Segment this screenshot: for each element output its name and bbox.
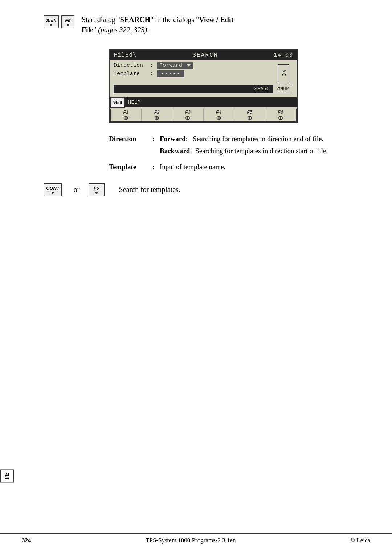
- help-bar: HELP: [125, 97, 297, 107]
- screen-display: FilEd\ SEARCH 14:03 Direction : Forward: [109, 49, 298, 123]
- fn-bar-searc: SEARC: [250, 85, 273, 93]
- screen-container: FilEd\ SEARCH 14:03 Direction : Forward: [109, 49, 370, 123]
- desc-template-def: Input of template name.: [160, 162, 370, 172]
- f5-bottom-key: F5: [89, 183, 105, 196]
- page: Shift F5 Start dialog "SEARCH" in the di…: [0, 0, 392, 555]
- fkey-cell-f1: F1: [111, 109, 142, 121]
- desc-forward-bold: Forward: [160, 135, 186, 143]
- direction-value-block: Forward: [157, 62, 193, 69]
- template-colon: :: [150, 71, 157, 77]
- cont-key-label: CONT: [46, 185, 60, 191]
- f5-key: F5: [61, 15, 74, 28]
- template-value: -----: [157, 70, 275, 77]
- fkey-f1-dot: [124, 116, 128, 120]
- desc-backward-bold: Backward: [160, 147, 190, 155]
- template-row: Template : -----: [114, 70, 275, 77]
- direction-field-name: Direction: [114, 62, 150, 69]
- fn-bar: SEARC αNUM: [114, 85, 293, 93]
- desc-direction-def: Forward: Searching for templates in dire…: [160, 134, 370, 158]
- direction-row: Direction : Forward: [114, 62, 275, 69]
- pages-italic: (pages 322, 323): [98, 26, 147, 34]
- cont-key-combo: CONT: [44, 183, 62, 196]
- desc-template-term: Template: [109, 162, 152, 172]
- template-field-name: Template: [114, 71, 150, 77]
- desc-direction-term: Direction: [109, 134, 152, 158]
- desc-section: Direction : Forward: Searching for templ…: [109, 134, 370, 172]
- fkey-f6-label: F6: [278, 110, 283, 115]
- desc-template-colon: :: [152, 162, 160, 172]
- fkey-f5-dot: [248, 116, 252, 120]
- search-bold: SEARCH: [120, 16, 150, 24]
- fkey-f3-dot: [185, 116, 190, 120]
- shift-help-row: Shift HELP: [110, 97, 297, 108]
- desc-template-text: Input of template name.: [160, 163, 226, 171]
- fkey-row: F1 F2 F3 F4 F5: [110, 109, 297, 122]
- f5-bottom-key-dot: [95, 192, 98, 194]
- or-text: or: [74, 185, 80, 194]
- footer-page-number: 324: [22, 537, 31, 544]
- search-templates-text: Search for templates.: [119, 185, 180, 194]
- f5-bottom-key-label: F5: [94, 185, 99, 191]
- instruction-text: Start dialog "SEARCH" in the dialogs "Vi…: [82, 15, 233, 35]
- screen-title-left: FilEd\: [114, 52, 137, 58]
- screen-header: FilEd\ SEARCH 14:03: [110, 50, 297, 60]
- fkey-cell-f6: F6: [265, 109, 296, 121]
- shift-key-dot: [50, 24, 52, 26]
- fkey-f2-label: F2: [154, 110, 160, 115]
- cont-key-dot: [52, 192, 54, 194]
- fkey-cell-f5: F5: [234, 109, 265, 121]
- desc-direction-row: Direction : Forward: Searching for templ…: [109, 134, 370, 158]
- fe-tab: FE: [0, 469, 14, 482]
- fkey-f2-dot: [155, 116, 159, 120]
- screen-title-right: 14:03: [274, 52, 293, 58]
- screen-rows-wrap: Direction : Forward Template :: [114, 62, 293, 77]
- template-dashes: -----: [157, 70, 184, 77]
- fkey-f6-dot: [278, 116, 283, 120]
- shift-key: Shift: [44, 15, 59, 28]
- direction-colon: :: [150, 62, 157, 69]
- cont-key: CONT: [44, 183, 62, 196]
- f5-key-dot: [67, 24, 69, 26]
- desc-template-row: Template : Input of template name.: [109, 162, 370, 172]
- f5-bottom-key-combo: F5: [89, 183, 105, 196]
- fkey-f1-label: F1: [123, 110, 129, 115]
- top-instruction: Shift F5 Start dialog "SEARCH" in the di…: [44, 15, 370, 35]
- bottom-instruction: CONT or F5 Search for templates.: [44, 183, 370, 196]
- dropdown-arrow-icon: [187, 64, 191, 67]
- direction-value: Forward: [157, 62, 275, 69]
- fkey-f4-dot: [217, 116, 221, 120]
- mc-box: MC: [278, 64, 289, 82]
- desc-forward-row: Forward: Searching for templates in dire…: [160, 134, 370, 144]
- desc-backward-row: Backward: Searching for templates in dir…: [160, 146, 370, 156]
- desc-direction-colon: :: [152, 134, 160, 158]
- screen-body: Direction : Forward Template :: [110, 60, 297, 95]
- shift-key-small: Shift: [110, 97, 125, 108]
- screen-title-center: SEARCH: [192, 52, 218, 58]
- page-footer: 324 TPS-System 1000 Programs-2.3.1en © L…: [0, 533, 392, 544]
- footer-right-text: © Leica: [350, 537, 370, 544]
- fkey-f5-label: F5: [247, 110, 253, 115]
- shift-f5-key-combo: Shift F5: [44, 15, 74, 28]
- screen-spacer: [114, 79, 293, 85]
- fn-bar-anum: αNUM: [273, 85, 293, 93]
- fkey-f3-label: F3: [185, 110, 191, 115]
- fkey-cell-f4: F4: [204, 109, 234, 121]
- footer-center-text: TPS-System 1000 Programs-2.3.1en: [146, 537, 236, 544]
- fkey-cell-f2: F2: [142, 109, 172, 121]
- fkey-f4-label: F4: [216, 110, 222, 115]
- fkey-cell-f3: F3: [172, 109, 203, 121]
